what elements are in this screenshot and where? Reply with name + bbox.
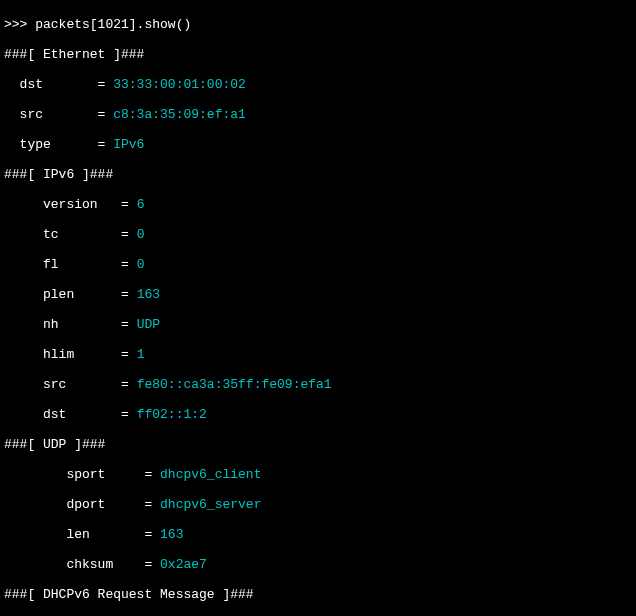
- terminal-output[interactable]: >>> packets[1021].show() ###[ Ethernet ]…: [0, 0, 636, 616]
- udp-sport: sport = dhcpv6_client: [4, 467, 632, 482]
- ipv6-version: version = 6: [4, 197, 632, 212]
- eth-type: type = IPv6: [4, 137, 632, 152]
- udp-chksum: chksum = 0x2ae7: [4, 557, 632, 572]
- ipv6-src: src = fe80::ca3a:35ff:fe09:efa1: [4, 377, 632, 392]
- ipv6-nh: nh = UDP: [4, 317, 632, 332]
- eth-src: src = c8:3a:35:09:ef:a1: [4, 107, 632, 122]
- ipv6-fl: fl = 0: [4, 257, 632, 272]
- eth-dst: dst = 33:33:00:01:00:02: [4, 77, 632, 92]
- udp-dport: dport = dhcpv6_server: [4, 497, 632, 512]
- dhcpv6-request-header: ###[ DHCPv6 Request Message ]###: [4, 587, 632, 602]
- ethernet-header: ###[ Ethernet ]###: [4, 47, 632, 62]
- ipv6-hlim: hlim = 1: [4, 347, 632, 362]
- ipv6-plen: plen = 163: [4, 287, 632, 302]
- repl-prompt[interactable]: >>> packets[1021].show(): [4, 17, 632, 32]
- ipv6-dst: dst = ff02::1:2: [4, 407, 632, 422]
- ipv6-header: ###[ IPv6 ]###: [4, 167, 632, 182]
- udp-len: len = 163: [4, 527, 632, 542]
- ipv6-tc: tc = 0: [4, 227, 632, 242]
- udp-header: ###[ UDP ]###: [4, 437, 632, 452]
